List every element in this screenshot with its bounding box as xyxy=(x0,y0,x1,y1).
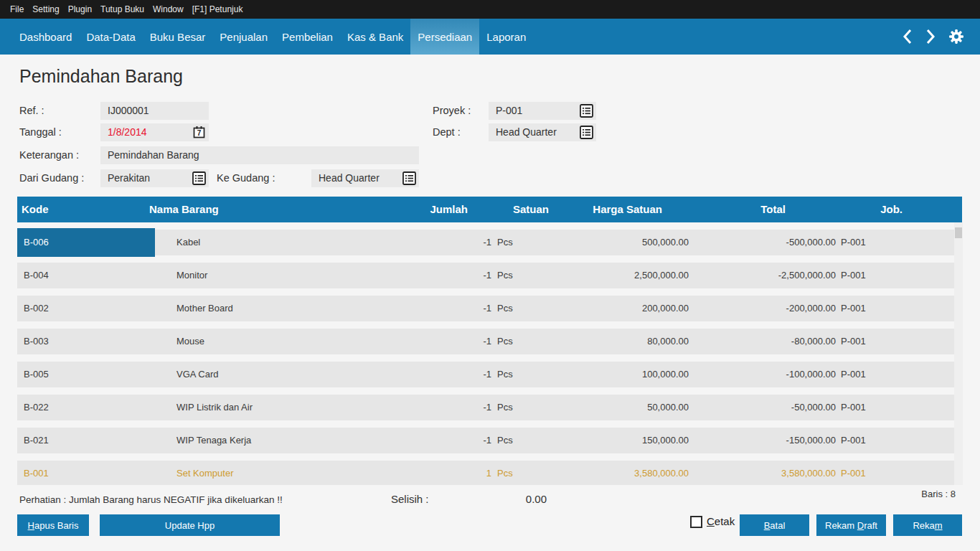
menu-petunjuk[interactable]: [F1] Petunjuk xyxy=(192,4,243,14)
menu-window[interactable]: Window xyxy=(153,4,184,14)
cell-job[interactable]: P-001 xyxy=(839,329,954,354)
batal-button[interactable]: Batal xyxy=(740,514,809,536)
nav-laporan[interactable]: Laporan xyxy=(479,19,533,55)
nav-persediaan[interactable]: Persediaan xyxy=(410,19,479,55)
cell-kode[interactable]: B-022 xyxy=(17,395,155,420)
hapus-baris-button[interactable]: Hapus Baris xyxy=(17,514,89,536)
cell-total[interactable]: 3,580,000.00 xyxy=(692,461,839,485)
cell-satuan[interactable]: Pcs xyxy=(495,296,552,321)
nav-penjualan[interactable]: Penjualan xyxy=(212,19,275,55)
rekam-button[interactable]: Rekam xyxy=(893,514,962,536)
cell-satuan[interactable]: Pcs xyxy=(495,329,552,354)
cell-jumlah[interactable]: -1 xyxy=(430,230,495,258)
cell-jumlah[interactable]: -1 xyxy=(430,263,495,288)
ref-input[interactable]: IJ000001 xyxy=(100,102,209,120)
cell-job[interactable]: P-001 xyxy=(839,362,954,387)
cell-job[interactable]: P-001 xyxy=(839,296,954,321)
cell-nama[interactable]: VGA Card xyxy=(155,362,430,387)
list-icon[interactable] xyxy=(402,171,416,191)
proyek-input[interactable]: P-001 xyxy=(489,102,596,120)
nav-data-data[interactable]: Data-Data xyxy=(79,19,142,55)
cell-harga[interactable]: 3,580,000.00 xyxy=(552,461,692,485)
list-icon[interactable] xyxy=(192,171,206,191)
nav-kas-bank[interactable]: Kas & Bank xyxy=(340,19,410,55)
calendar-icon[interactable]: 7 xyxy=(192,126,206,145)
cell-harga[interactable]: 200,000.00 xyxy=(552,296,692,321)
cell-kode[interactable]: B-005 xyxy=(17,362,155,387)
cetak-checkbox[interactable] xyxy=(690,516,702,528)
cell-kode[interactable]: B-006 xyxy=(17,228,155,257)
cell-nama[interactable]: Monitor xyxy=(155,263,430,288)
chevron-right-icon[interactable] xyxy=(925,28,937,45)
cell-harga[interactable]: 2,500,000.00 xyxy=(552,263,692,288)
cell-total[interactable]: -2,500,000.00 xyxy=(692,263,839,288)
cell-harga[interactable]: 50,000.00 xyxy=(552,395,692,420)
scrollbar-thumb[interactable] xyxy=(955,227,962,238)
cell-job[interactable]: P-001 xyxy=(839,428,954,453)
cell-total[interactable]: -150,000.00 xyxy=(692,428,839,453)
cell-total[interactable]: -50,000.00 xyxy=(692,395,839,420)
keterangan-input[interactable]: Pemindahan Barang xyxy=(100,146,419,164)
dept-input[interactable]: Head Quarter xyxy=(489,123,596,141)
table-row[interactable]: B-003Mouse-1Pcs80,000.00-80,000.00P-001 xyxy=(17,329,954,354)
table-row[interactable]: B-005VGA Card-1Pcs100,000.00-100,000.00P… xyxy=(17,362,954,387)
nav-pembelian[interactable]: Pembelian xyxy=(275,19,340,55)
cell-jumlah[interactable]: -1 xyxy=(430,362,495,387)
cell-kode[interactable]: B-002 xyxy=(17,296,155,321)
cell-satuan[interactable]: Pcs xyxy=(495,230,552,258)
gear-icon[interactable] xyxy=(948,29,964,44)
table-row[interactable]: B-001Set Komputer1Pcs3,580,000.003,580,0… xyxy=(17,461,954,485)
cell-nama[interactable]: Mother Board xyxy=(155,296,430,321)
cell-harga[interactable]: 500,000.00 xyxy=(552,230,692,258)
cell-nama[interactable]: Set Komputer xyxy=(155,461,430,485)
dari-gudang-input[interactable]: Perakitan xyxy=(100,169,209,187)
table-row[interactable]: B-006Kabel-1Pcs500,000.00-500,000.00P-00… xyxy=(17,230,954,255)
tanggal-input[interactable]: 1/8/2014 7 xyxy=(100,123,209,141)
nav-buku-besar[interactable]: Buku Besar xyxy=(143,19,213,55)
cell-satuan[interactable]: Pcs xyxy=(495,428,552,453)
menu-setting[interactable]: Setting xyxy=(32,4,59,14)
cell-job[interactable]: P-001 xyxy=(839,230,954,258)
ke-gudang-input[interactable]: Head Quarter xyxy=(311,169,419,187)
cell-job[interactable]: P-001 xyxy=(839,263,954,288)
table-row[interactable]: B-022WIP Listrik dan Air-1Pcs50,000.00-5… xyxy=(17,395,954,420)
table-scrollbar[interactable] xyxy=(954,222,963,485)
cell-nama[interactable]: Mouse xyxy=(155,329,430,354)
cell-total[interactable]: -100,000.00 xyxy=(692,362,839,387)
update-hpp-button[interactable]: Update Hpp xyxy=(100,514,280,536)
menu-plugin[interactable]: Plugin xyxy=(68,4,92,14)
table-row[interactable]: B-004Monitor-1Pcs2,500,000.00-2,500,000.… xyxy=(17,263,954,288)
cell-jumlah[interactable]: -1 xyxy=(430,329,495,354)
cell-jumlah[interactable]: -1 xyxy=(430,428,495,453)
cell-total[interactable]: -500,000.00 xyxy=(692,230,839,258)
cell-harga[interactable]: 150,000.00 xyxy=(552,428,692,453)
cell-kode[interactable]: B-004 xyxy=(17,263,155,288)
list-icon[interactable] xyxy=(580,126,593,145)
table-row[interactable]: B-002Mother Board-1Pcs200,000.00-200,000… xyxy=(17,296,954,321)
cell-nama[interactable]: WIP Tenaga Kerja xyxy=(155,428,430,453)
cell-jumlah[interactable]: 1 xyxy=(430,461,495,485)
cell-nama[interactable]: Kabel xyxy=(155,230,430,258)
cell-satuan[interactable]: Pcs xyxy=(495,395,552,420)
cell-satuan[interactable]: Pcs xyxy=(495,263,552,288)
cell-jumlah[interactable]: -1 xyxy=(430,395,495,420)
cell-kode[interactable]: B-003 xyxy=(17,329,155,354)
menu-file[interactable]: File xyxy=(10,4,24,14)
nav-dashboard[interactable]: Dashboard xyxy=(12,19,79,55)
list-icon[interactable] xyxy=(580,104,593,123)
menu-tutup-buku[interactable]: Tutup Buku xyxy=(100,4,144,14)
cell-satuan[interactable]: Pcs xyxy=(495,362,552,387)
rekam-draft-button[interactable]: Rekam Draft xyxy=(816,514,886,536)
cell-job[interactable]: P-001 xyxy=(839,395,954,420)
cell-job[interactable]: P-001 xyxy=(839,461,954,485)
cell-nama[interactable]: WIP Listrik dan Air xyxy=(155,395,430,420)
cell-kode[interactable]: B-001 xyxy=(17,461,155,485)
cell-total[interactable]: -200,000.00 xyxy=(692,296,839,321)
cell-harga[interactable]: 100,000.00 xyxy=(552,362,692,387)
cell-total[interactable]: -80,000.00 xyxy=(692,329,839,354)
chevron-left-icon[interactable] xyxy=(901,28,913,45)
table-row[interactable]: B-021WIP Tenaga Kerja-1Pcs150,000.00-150… xyxy=(17,428,954,453)
cell-satuan[interactable]: Pcs xyxy=(495,461,552,485)
cell-kode[interactable]: B-021 xyxy=(17,428,155,453)
cell-jumlah[interactable]: -1 xyxy=(430,296,495,321)
